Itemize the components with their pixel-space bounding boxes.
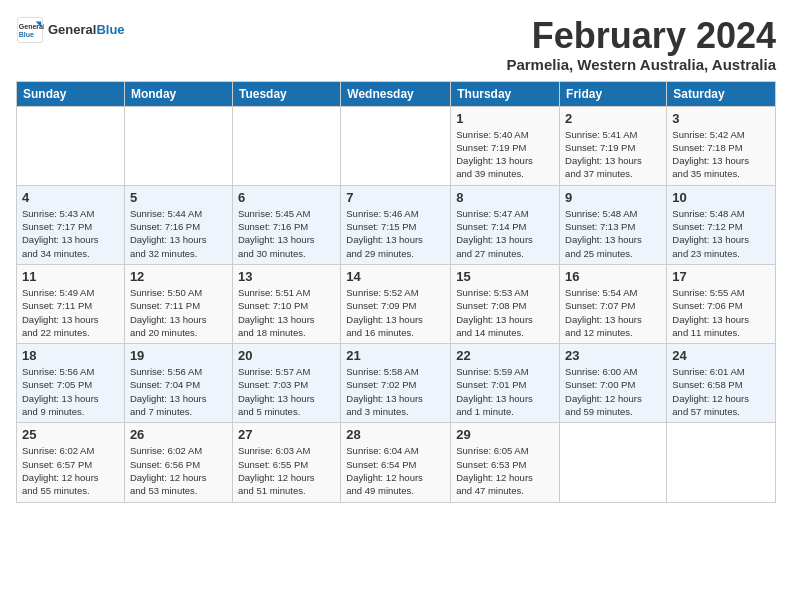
- day-number: 16: [565, 269, 661, 284]
- weekday-header-row: SundayMondayTuesdayWednesdayThursdayFrid…: [17, 81, 776, 106]
- day-number: 28: [346, 427, 445, 442]
- day-info: Sunrise: 5:59 AM Sunset: 7:01 PM Dayligh…: [456, 365, 554, 418]
- day-info: Sunrise: 5:49 AM Sunset: 7:11 PM Dayligh…: [22, 286, 119, 339]
- calendar-cell: [17, 106, 125, 185]
- day-info: Sunrise: 6:03 AM Sunset: 6:55 PM Dayligh…: [238, 444, 335, 497]
- calendar-cell: 20Sunrise: 5:57 AM Sunset: 7:03 PM Dayli…: [232, 344, 340, 423]
- calendar-cell: 2Sunrise: 5:41 AM Sunset: 7:19 PM Daylig…: [560, 106, 667, 185]
- calendar-table: SundayMondayTuesdayWednesdayThursdayFrid…: [16, 81, 776, 503]
- calendar-cell: 10Sunrise: 5:48 AM Sunset: 7:12 PM Dayli…: [667, 185, 776, 264]
- calendar-cell: 22Sunrise: 5:59 AM Sunset: 7:01 PM Dayli…: [451, 344, 560, 423]
- calendar-title: February 2024: [506, 16, 776, 56]
- calendar-cell: 17Sunrise: 5:55 AM Sunset: 7:06 PM Dayli…: [667, 264, 776, 343]
- calendar-cell: [667, 423, 776, 502]
- calendar-cell: 4Sunrise: 5:43 AM Sunset: 7:17 PM Daylig…: [17, 185, 125, 264]
- calendar-cell: 9Sunrise: 5:48 AM Sunset: 7:13 PM Daylig…: [560, 185, 667, 264]
- calendar-cell: 25Sunrise: 6:02 AM Sunset: 6:57 PM Dayli…: [17, 423, 125, 502]
- day-number: 17: [672, 269, 770, 284]
- header: General Blue GeneralBlue February 2024 P…: [16, 16, 776, 73]
- day-info: Sunrise: 5:44 AM Sunset: 7:16 PM Dayligh…: [130, 207, 227, 260]
- day-number: 10: [672, 190, 770, 205]
- week-row-1: 1Sunrise: 5:40 AM Sunset: 7:19 PM Daylig…: [17, 106, 776, 185]
- calendar-cell: 6Sunrise: 5:45 AM Sunset: 7:16 PM Daylig…: [232, 185, 340, 264]
- day-info: Sunrise: 5:48 AM Sunset: 7:12 PM Dayligh…: [672, 207, 770, 260]
- weekday-header-friday: Friday: [560, 81, 667, 106]
- calendar-cell: 21Sunrise: 5:58 AM Sunset: 7:02 PM Dayli…: [341, 344, 451, 423]
- day-number: 24: [672, 348, 770, 363]
- calendar-cell: 14Sunrise: 5:52 AM Sunset: 7:09 PM Dayli…: [341, 264, 451, 343]
- calendar-cell: 23Sunrise: 6:00 AM Sunset: 7:00 PM Dayli…: [560, 344, 667, 423]
- day-number: 27: [238, 427, 335, 442]
- day-number: 6: [238, 190, 335, 205]
- day-info: Sunrise: 5:56 AM Sunset: 7:04 PM Dayligh…: [130, 365, 227, 418]
- calendar-cell: 1Sunrise: 5:40 AM Sunset: 7:19 PM Daylig…: [451, 106, 560, 185]
- day-number: 14: [346, 269, 445, 284]
- week-row-5: 25Sunrise: 6:02 AM Sunset: 6:57 PM Dayli…: [17, 423, 776, 502]
- day-number: 7: [346, 190, 445, 205]
- day-info: Sunrise: 5:54 AM Sunset: 7:07 PM Dayligh…: [565, 286, 661, 339]
- day-number: 25: [22, 427, 119, 442]
- day-info: Sunrise: 6:02 AM Sunset: 6:57 PM Dayligh…: [22, 444, 119, 497]
- title-block: February 2024 Parmelia, Western Australi…: [506, 16, 776, 73]
- day-info: Sunrise: 5:42 AM Sunset: 7:18 PM Dayligh…: [672, 128, 770, 181]
- day-info: Sunrise: 6:05 AM Sunset: 6:53 PM Dayligh…: [456, 444, 554, 497]
- day-number: 5: [130, 190, 227, 205]
- day-info: Sunrise: 5:57 AM Sunset: 7:03 PM Dayligh…: [238, 365, 335, 418]
- calendar-cell: 16Sunrise: 5:54 AM Sunset: 7:07 PM Dayli…: [560, 264, 667, 343]
- day-number: 22: [456, 348, 554, 363]
- weekday-header-saturday: Saturday: [667, 81, 776, 106]
- logo: General Blue GeneralBlue: [16, 16, 125, 44]
- calendar-cell: 5Sunrise: 5:44 AM Sunset: 7:16 PM Daylig…: [124, 185, 232, 264]
- day-number: 1: [456, 111, 554, 126]
- calendar-cell: 26Sunrise: 6:02 AM Sunset: 6:56 PM Dayli…: [124, 423, 232, 502]
- day-number: 21: [346, 348, 445, 363]
- calendar-subtitle: Parmelia, Western Australia, Australia: [506, 56, 776, 73]
- day-number: 26: [130, 427, 227, 442]
- day-info: Sunrise: 5:58 AM Sunset: 7:02 PM Dayligh…: [346, 365, 445, 418]
- day-number: 29: [456, 427, 554, 442]
- calendar-cell: 19Sunrise: 5:56 AM Sunset: 7:04 PM Dayli…: [124, 344, 232, 423]
- svg-text:Blue: Blue: [19, 31, 34, 38]
- day-info: Sunrise: 6:04 AM Sunset: 6:54 PM Dayligh…: [346, 444, 445, 497]
- weekday-header-sunday: Sunday: [17, 81, 125, 106]
- day-number: 9: [565, 190, 661, 205]
- day-number: 3: [672, 111, 770, 126]
- day-info: Sunrise: 5:46 AM Sunset: 7:15 PM Dayligh…: [346, 207, 445, 260]
- week-row-3: 11Sunrise: 5:49 AM Sunset: 7:11 PM Dayli…: [17, 264, 776, 343]
- day-number: 11: [22, 269, 119, 284]
- week-row-2: 4Sunrise: 5:43 AM Sunset: 7:17 PM Daylig…: [17, 185, 776, 264]
- calendar-cell: 27Sunrise: 6:03 AM Sunset: 6:55 PM Dayli…: [232, 423, 340, 502]
- day-info: Sunrise: 5:50 AM Sunset: 7:11 PM Dayligh…: [130, 286, 227, 339]
- day-info: Sunrise: 5:56 AM Sunset: 7:05 PM Dayligh…: [22, 365, 119, 418]
- day-number: 12: [130, 269, 227, 284]
- calendar-cell: 24Sunrise: 6:01 AM Sunset: 6:58 PM Dayli…: [667, 344, 776, 423]
- calendar-cell: 15Sunrise: 5:53 AM Sunset: 7:08 PM Dayli…: [451, 264, 560, 343]
- day-number: 13: [238, 269, 335, 284]
- calendar-cell: 7Sunrise: 5:46 AM Sunset: 7:15 PM Daylig…: [341, 185, 451, 264]
- day-number: 8: [456, 190, 554, 205]
- day-number: 20: [238, 348, 335, 363]
- weekday-header-monday: Monday: [124, 81, 232, 106]
- calendar-cell: 28Sunrise: 6:04 AM Sunset: 6:54 PM Dayli…: [341, 423, 451, 502]
- day-number: 15: [456, 269, 554, 284]
- calendar-cell: 3Sunrise: 5:42 AM Sunset: 7:18 PM Daylig…: [667, 106, 776, 185]
- calendar-cell: [341, 106, 451, 185]
- calendar-cell: 13Sunrise: 5:51 AM Sunset: 7:10 PM Dayli…: [232, 264, 340, 343]
- logo-icon: General Blue: [16, 16, 44, 44]
- day-info: Sunrise: 5:53 AM Sunset: 7:08 PM Dayligh…: [456, 286, 554, 339]
- day-info: Sunrise: 5:45 AM Sunset: 7:16 PM Dayligh…: [238, 207, 335, 260]
- weekday-header-thursday: Thursday: [451, 81, 560, 106]
- day-info: Sunrise: 5:52 AM Sunset: 7:09 PM Dayligh…: [346, 286, 445, 339]
- calendar-cell: 18Sunrise: 5:56 AM Sunset: 7:05 PM Dayli…: [17, 344, 125, 423]
- day-number: 18: [22, 348, 119, 363]
- svg-rect-0: [17, 17, 42, 42]
- day-info: Sunrise: 5:51 AM Sunset: 7:10 PM Dayligh…: [238, 286, 335, 339]
- day-info: Sunrise: 6:02 AM Sunset: 6:56 PM Dayligh…: [130, 444, 227, 497]
- day-info: Sunrise: 5:41 AM Sunset: 7:19 PM Dayligh…: [565, 128, 661, 181]
- logo-general: General: [48, 22, 96, 37]
- day-info: Sunrise: 6:00 AM Sunset: 7:00 PM Dayligh…: [565, 365, 661, 418]
- day-number: 4: [22, 190, 119, 205]
- day-info: Sunrise: 5:40 AM Sunset: 7:19 PM Dayligh…: [456, 128, 554, 181]
- weekday-header-wednesday: Wednesday: [341, 81, 451, 106]
- day-number: 19: [130, 348, 227, 363]
